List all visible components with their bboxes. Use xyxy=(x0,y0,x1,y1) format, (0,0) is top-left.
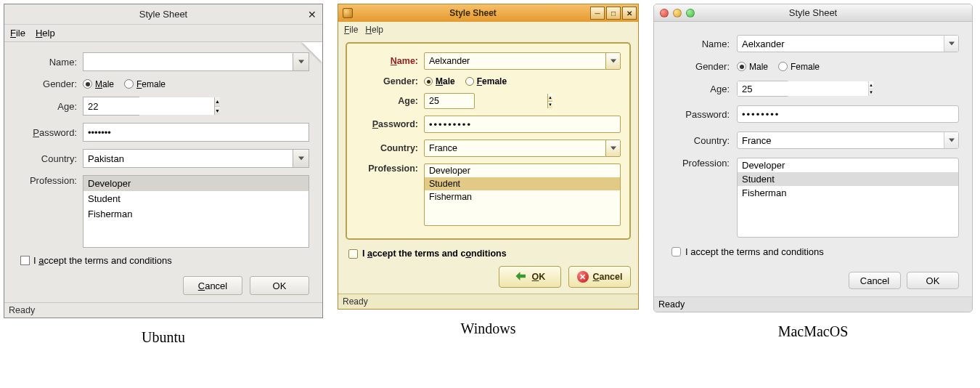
svg-marker-2 xyxy=(611,60,616,63)
chevron-down-icon[interactable]: ▼ xyxy=(869,89,873,97)
status-bar: Ready xyxy=(654,296,972,312)
list-item[interactable]: Student xyxy=(83,191,309,206)
ok-button[interactable]: OK xyxy=(250,276,309,295)
country-label: Country: xyxy=(17,153,77,164)
age-input[interactable] xyxy=(425,94,547,108)
chevron-down-icon[interactable]: ▼ xyxy=(215,107,220,116)
menu-file[interactable]: File xyxy=(10,28,25,39)
name-input[interactable] xyxy=(425,53,605,69)
chevron-down-icon[interactable] xyxy=(605,140,620,156)
chevron-down-icon[interactable] xyxy=(605,53,620,69)
radio-icon xyxy=(424,77,433,86)
chevron-down-icon[interactable] xyxy=(293,150,309,167)
chevron-up-icon[interactable]: ▲ xyxy=(215,97,220,107)
profession-list[interactable]: Developer Student Fisherman xyxy=(424,163,621,226)
list-item[interactable]: Student xyxy=(425,177,620,190)
window-title: Style Sheet xyxy=(654,7,972,18)
checkbox-icon[interactable] xyxy=(348,249,358,259)
age-label: Age: xyxy=(356,96,418,106)
terms-checkbox-row[interactable]: I accept the terms and conditions xyxy=(20,255,309,266)
form-area: Name: Gender: Male Female Age: ▲▼ Passwo… xyxy=(654,22,972,272)
list-item[interactable]: Fisherman xyxy=(425,190,620,203)
gender-female-radio[interactable]: Female xyxy=(465,76,507,86)
gender-male-radio[interactable]: Male xyxy=(424,76,455,86)
svg-marker-3 xyxy=(611,147,616,150)
terms-label: I accept the terms and conditions xyxy=(362,248,507,259)
list-item[interactable]: Developer xyxy=(738,158,958,172)
menu-file[interactable]: File xyxy=(344,25,358,35)
country-label: Country: xyxy=(667,135,730,146)
profession-label: Profession: xyxy=(17,175,77,186)
radio-icon xyxy=(83,79,92,89)
profession-list[interactable]: Developer Student Fisherman xyxy=(737,158,959,238)
gender-female-radio[interactable]: Female xyxy=(124,79,166,89)
cancel-x-icon: ✕ xyxy=(577,271,589,283)
minimize-icon[interactable]: ─ xyxy=(590,7,605,20)
list-item[interactable]: Student xyxy=(738,172,958,186)
country-combo[interactable] xyxy=(737,132,959,149)
country-label: Country: xyxy=(356,143,418,153)
gender-label: Gender: xyxy=(356,76,418,86)
checkbox-icon[interactable] xyxy=(20,256,30,265)
age-spinbox[interactable]: ▲▼ xyxy=(424,93,475,109)
list-item[interactable]: Developer xyxy=(425,164,620,177)
name-combo[interactable] xyxy=(737,35,959,52)
name-label: Name: xyxy=(356,56,418,66)
name-input[interactable] xyxy=(738,36,944,52)
country-input[interactable] xyxy=(425,140,605,156)
age-input[interactable] xyxy=(738,81,868,96)
name-combo[interactable] xyxy=(424,52,621,70)
age-spinbox[interactable]: ▲▼ xyxy=(737,81,789,97)
menu-help[interactable]: Help xyxy=(36,28,55,39)
checkbox-icon[interactable] xyxy=(671,247,681,256)
name-combo[interactable] xyxy=(83,52,309,71)
age-spinbox[interactable]: ▲▼ xyxy=(83,97,139,116)
name-input[interactable] xyxy=(83,53,293,70)
caption: MacMacOS xyxy=(778,323,849,340)
chevron-down-icon[interactable] xyxy=(944,132,958,148)
ubuntu-window: Style Sheet ✕ File Help Name: Gender: Ma… xyxy=(4,4,323,318)
radio-icon xyxy=(737,62,746,71)
menu-help[interactable]: Help xyxy=(365,25,383,35)
ok-button[interactable]: OK xyxy=(907,272,959,289)
chevron-down-icon[interactable]: ▼ xyxy=(548,102,552,109)
password-input[interactable]: •••••••• xyxy=(737,105,959,123)
mac-window: Style Sheet Name: Gender: Male Female Ag… xyxy=(653,4,973,312)
ok-arrow-icon xyxy=(515,270,528,285)
profession-list[interactable]: Developer Student Fisherman xyxy=(83,175,309,248)
chevron-down-icon[interactable] xyxy=(944,36,958,52)
cancel-button[interactable]: ✕ Cancel xyxy=(568,266,631,288)
gender-male-radio[interactable]: Male xyxy=(83,79,114,89)
close-icon[interactable]: ✕ xyxy=(308,9,317,20)
gender-male-radio[interactable]: Male xyxy=(737,62,768,72)
button-row: Cancel OK xyxy=(4,276,322,302)
password-input[interactable] xyxy=(83,123,309,142)
country-input[interactable] xyxy=(83,150,293,167)
country-combo[interactable] xyxy=(424,140,621,157)
caption: Ubuntu xyxy=(142,329,185,346)
country-input[interactable] xyxy=(738,132,944,148)
country-combo[interactable] xyxy=(83,149,309,168)
chevron-up-icon[interactable]: ▲ xyxy=(869,81,873,89)
close-icon[interactable]: ✕ xyxy=(622,7,637,20)
age-input[interactable] xyxy=(83,97,214,115)
svg-marker-5 xyxy=(949,139,955,142)
list-item[interactable]: Fisherman xyxy=(738,186,958,200)
ok-button[interactable]: OK xyxy=(499,266,561,288)
cancel-button[interactable]: Cancel xyxy=(183,276,242,295)
maximize-icon[interactable]: □ xyxy=(606,7,621,20)
terms-checkbox-row[interactable]: I accept the terms and conditions xyxy=(671,246,959,257)
chevron-up-icon[interactable]: ▲ xyxy=(548,94,552,102)
profession-label: Profession: xyxy=(667,158,730,169)
terms-checkbox-row[interactable]: I accept the terms and conditions xyxy=(348,248,638,259)
password-label: Password: xyxy=(356,119,418,129)
gender-label: Gender: xyxy=(667,61,730,72)
list-item[interactable]: Fisherman xyxy=(83,206,309,222)
cancel-button[interactable]: Cancel xyxy=(849,272,901,289)
list-item[interactable]: Developer xyxy=(83,176,309,191)
name-label: Name: xyxy=(667,39,730,49)
gender-female-radio[interactable]: Female xyxy=(778,62,820,72)
password-input[interactable]: ••••••••• xyxy=(424,116,621,133)
menubar: File Help xyxy=(4,25,322,42)
female-label: Female xyxy=(136,79,166,89)
